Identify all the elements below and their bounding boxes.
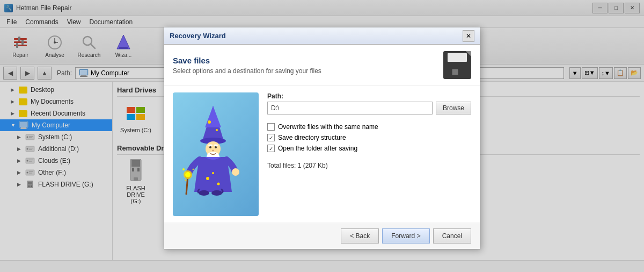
svg-point-65	[212, 150, 214, 152]
svg-point-71	[185, 172, 191, 177]
checkbox-overwrite-label: Overwrite files with the same name	[278, 123, 378, 131]
dialog-footer: < Back Forward > Cancel	[164, 223, 480, 249]
svg-point-76	[199, 190, 209, 196]
checkbox-open-folder-label: Open the folder after saving	[278, 145, 357, 152]
checkbox-save-dir-box[interactable]: ✓	[267, 134, 275, 141]
svg-point-74	[185, 180, 187, 181]
svg-marker-55	[205, 106, 221, 127]
wizard-image-panel	[173, 92, 259, 216]
cancel-button[interactable]: Cancel	[433, 228, 471, 244]
recovery-wizard-dialog: Recovery Wizard ✕ Save files Select opti…	[164, 27, 480, 249]
dialog-header: Save files Select options and a destinat…	[164, 45, 480, 86]
checkbox-overwrite-box[interactable]	[267, 123, 275, 131]
path-input[interactable]	[267, 102, 433, 114]
svg-point-68	[212, 172, 214, 174]
floppy-metal-slot	[452, 69, 458, 75]
browse-button[interactable]: Browse	[436, 102, 471, 114]
checkbox-save-dir-label: Save directory structure	[278, 134, 346, 141]
svg-point-61	[209, 146, 211, 148]
checkbox-open-folder-box[interactable]: ✓	[267, 145, 275, 152]
svg-point-77	[211, 190, 222, 196]
dialog-title: Recovery Wizard	[170, 32, 226, 40]
dialog-form: Path: Browse Overwrite files with the sa…	[267, 92, 471, 216]
svg-point-57	[208, 120, 211, 124]
path-form-group: Path: Browse	[267, 92, 471, 114]
checkbox-overwrite[interactable]: Overwrite files with the same name	[267, 123, 471, 131]
svg-point-72	[182, 168, 185, 170]
dialog-body: Path: Browse Overwrite files with the sa…	[164, 86, 480, 223]
floppy-corner	[466, 51, 471, 56]
svg-point-66	[206, 177, 209, 180]
svg-point-73	[193, 169, 194, 170]
svg-point-67	[217, 183, 220, 185]
forward-button[interactable]: Forward >	[382, 228, 429, 244]
dialog-header-subtitle: Select options and a destination for sav…	[173, 67, 321, 75]
checkbox-save-dir[interactable]: ✓ Save directory structure	[267, 134, 471, 141]
path-form-label: Path:	[267, 92, 471, 100]
svg-point-75	[232, 168, 239, 176]
back-button[interactable]: < Back	[341, 228, 379, 244]
dialog-title-bar: Recovery Wizard ✕	[164, 27, 480, 45]
total-files-text: Total files: 1 (207 Kb)	[267, 162, 471, 169]
dialog-overlay: Recovery Wizard ✕ Save files Select opti…	[0, 0, 644, 272]
dialog-header-title: Save files	[173, 56, 321, 65]
floppy-label-area	[448, 53, 467, 62]
svg-point-58	[216, 129, 218, 131]
wizard-character-svg	[181, 101, 251, 208]
svg-point-62	[215, 146, 217, 148]
svg-point-63	[208, 145, 213, 146]
dialog-header-text: Save files Select options and a destinat…	[173, 56, 321, 75]
checkbox-group: Overwrite files with the same name ✓ Sav…	[267, 123, 471, 152]
checkbox-open-folder[interactable]: ✓ Open the folder after saving	[267, 145, 471, 152]
path-row: Browse	[267, 102, 471, 114]
floppy-disk-icon	[443, 51, 471, 79]
dialog-close-button[interactable]: ✕	[463, 30, 474, 42]
svg-point-64	[214, 145, 218, 146]
